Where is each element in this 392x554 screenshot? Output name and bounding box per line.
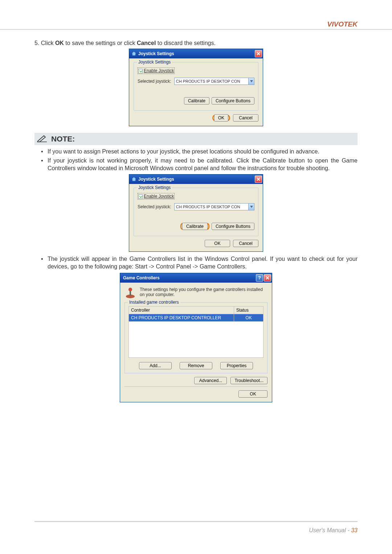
table-row[interactable]: CH PRODUCTS IP DESKTOP CONTROLLER OK xyxy=(129,314,263,321)
joystick-settings-dialog: Joystick Settings Joystick Settings Enab… xyxy=(129,49,263,126)
dialog-titlebar[interactable]: Joystick Settings xyxy=(129,49,263,58)
ok-button[interactable]: OK xyxy=(214,114,228,122)
selected-joystick-combo[interactable]: CH PRODUCTS IP DESKTOP CON xyxy=(174,203,254,210)
note-title: NOTE: xyxy=(51,135,75,143)
note-header: NOTE: xyxy=(34,133,358,145)
ok-button[interactable]: OK xyxy=(238,390,268,398)
note-item: The joystick will appear in the Game Con… xyxy=(34,255,358,271)
help-icon[interactable]: ? xyxy=(256,274,263,282)
step-prefix: 5. Click xyxy=(34,40,55,46)
cancel-button[interactable]: Cancel xyxy=(233,114,258,122)
calibrate-button[interactable]: Calibrate xyxy=(184,97,209,104)
svg-point-3 xyxy=(128,288,132,291)
configure-buttons-button[interactable]: Configure Buttons xyxy=(212,97,254,104)
joystick-settings-group: Joystick Settings Enable Joystick Select… xyxy=(134,188,258,236)
note-item: If your joystick is not working properly… xyxy=(34,157,358,172)
enable-joystick-checkbox[interactable] xyxy=(138,69,143,73)
step-bold-cancel: Cancel xyxy=(137,40,156,46)
step-instruction: 5. Click OK to save the settings or clic… xyxy=(34,40,358,46)
add-button[interactable]: Add... xyxy=(139,362,172,369)
dialog-title: Joystick Settings xyxy=(138,51,255,56)
dialog-title: Joystick Settings xyxy=(138,177,255,182)
group-legend: Joystick Settings xyxy=(137,59,172,65)
dialog-titlebar[interactable]: Game Controllers ? xyxy=(120,273,272,283)
col-status[interactable]: Status xyxy=(234,307,263,314)
pencil-icon xyxy=(37,134,48,144)
row-controller-name: CH PRODUCTS IP DESKTOP CONTROLLER xyxy=(129,314,234,321)
note-item: If you want to assign Preset actions to … xyxy=(34,148,358,156)
col-controller[interactable]: Controller xyxy=(129,307,234,314)
selected-joystick-label: Selected joystick: xyxy=(138,79,171,84)
app-icon xyxy=(131,51,136,56)
dialog-title: Game Controllers xyxy=(122,275,256,280)
step-bold-ok: OK xyxy=(55,40,64,46)
list-header: Controller Status xyxy=(128,306,264,314)
close-icon[interactable] xyxy=(264,274,271,282)
chevron-down-icon xyxy=(248,204,254,210)
ok-button[interactable]: OK xyxy=(205,240,230,247)
chevron-down-icon xyxy=(248,78,254,85)
enable-joystick-label: Enable Joystick xyxy=(144,194,174,199)
installed-controllers-group: Installed game controllers Controller St… xyxy=(124,302,268,373)
footer-divider xyxy=(34,521,358,522)
remove-button[interactable]: Remove xyxy=(180,362,212,369)
selected-joystick-label: Selected joystick: xyxy=(138,204,171,209)
enable-joystick-checkbox[interactable] xyxy=(138,194,143,199)
controllers-list[interactable]: CH PRODUCTS IP DESKTOP CONTROLLER OK xyxy=(128,314,264,358)
row-status: OK xyxy=(234,314,263,321)
highlight-ok: OK xyxy=(212,114,230,122)
header-divider xyxy=(0,29,392,30)
group-legend: Joystick Settings xyxy=(137,185,172,190)
dialog-description: These settings help you configure the ga… xyxy=(140,287,268,297)
step-suffix: to discard the settings. xyxy=(156,40,216,46)
combo-value: CH PRODUCTS IP DESKTOP CON xyxy=(176,205,240,209)
calibrate-button[interactable]: Calibrate xyxy=(182,223,208,230)
properties-button[interactable]: Properties xyxy=(220,362,253,369)
joystick-settings-group: Joystick Settings Enable Joystick Select… xyxy=(134,62,258,111)
close-icon[interactable] xyxy=(255,50,262,57)
advanced-button[interactable]: Advanced... xyxy=(194,377,227,384)
selected-joystick-combo[interactable]: CH PRODUCTS IP DESKTOP CON xyxy=(174,78,254,85)
step-mid: to save the settings or click xyxy=(64,40,137,46)
game-controllers-dialog: Game Controllers ? xyxy=(120,273,272,402)
configure-buttons-button[interactable]: Configure Buttons xyxy=(212,223,254,230)
troubleshoot-button[interactable]: Troubleshoot... xyxy=(230,377,268,384)
highlight-calibrate: Calibrate xyxy=(180,223,209,230)
joystick-settings-dialog: Joystick Settings Joystick Settings Enab… xyxy=(129,174,263,252)
app-icon xyxy=(131,177,136,182)
group-legend: Installed game controllers xyxy=(128,300,180,305)
close-icon[interactable] xyxy=(255,176,262,183)
footer-page-number: 33 xyxy=(351,527,358,533)
cancel-button[interactable]: Cancel xyxy=(233,240,258,247)
footer-text: User's Manual - 33 xyxy=(309,527,358,534)
joystick-icon xyxy=(124,287,136,299)
dialog-titlebar[interactable]: Joystick Settings xyxy=(129,175,263,184)
brand-label: VIVOTEK xyxy=(327,20,358,28)
enable-joystick-label: Enable Joystick xyxy=(144,68,174,73)
combo-value: CH PRODUCTS IP DESKTOP CON xyxy=(176,79,240,83)
footer-manual-label: User's Manual - xyxy=(309,527,351,533)
